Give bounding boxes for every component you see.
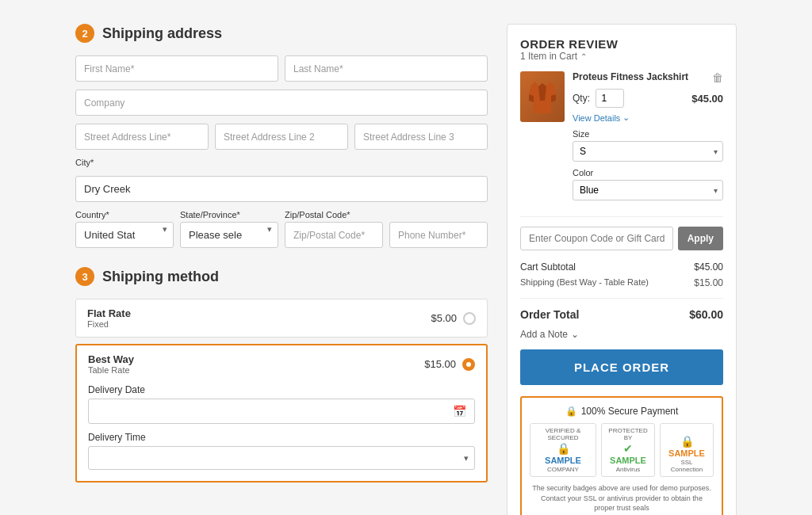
city-input[interactable] bbox=[75, 176, 488, 202]
street3-input[interactable] bbox=[354, 124, 488, 150]
best-way-option[interactable]: Best Way Table Rate $15.00 Delivery Date… bbox=[75, 344, 488, 483]
badge-ssl: 🔒 SAMPLE SSL Connection bbox=[660, 423, 714, 477]
flat-rate-option[interactable]: Flat Rate Fixed $5.00 bbox=[75, 299, 488, 338]
view-details-toggle[interactable]: View Details ⌄ bbox=[573, 113, 723, 123]
secure-payment-label: 100% Secure Payment bbox=[581, 406, 679, 417]
size-select[interactable]: S bbox=[573, 141, 723, 162]
country-label: Country* bbox=[75, 210, 174, 219]
street1-input[interactable] bbox=[75, 124, 209, 150]
flat-rate-radio[interactable] bbox=[463, 312, 476, 325]
badges-row: VERIFIED & SECURED 🔒 SAMPLE COMPANY PROT… bbox=[530, 423, 714, 477]
color-select[interactable]: Blue bbox=[573, 180, 723, 200]
security-box: 🔒 100% Secure Payment VERIFIED & SECURED… bbox=[520, 396, 723, 515]
best-way-price: $15.00 bbox=[424, 358, 456, 370]
flat-rate-name: Flat Rate bbox=[87, 307, 131, 319]
product-row: Proteus Fitness Jackshirt 🗑 Qty: $45.00 … bbox=[520, 71, 723, 207]
state-label: State/Province* bbox=[180, 210, 278, 219]
chevron-down-icon-note: ⌄ bbox=[571, 329, 579, 340]
product-name: Proteus Fitness Jackshirt bbox=[573, 71, 688, 82]
product-image bbox=[520, 71, 565, 122]
chevron-down-icon: ⌄ bbox=[622, 113, 630, 123]
step-badge-method: 3 bbox=[75, 267, 94, 286]
color-label: Color bbox=[573, 168, 723, 177]
shipping-method-title: Shipping method bbox=[102, 269, 219, 285]
coupon-row: Apply bbox=[520, 227, 723, 250]
cart-toggle-icon[interactable]: ⌃ bbox=[580, 52, 587, 61]
delivery-time-select[interactable] bbox=[88, 446, 475, 470]
security-note: The security badges above are used for d… bbox=[530, 483, 714, 513]
best-way-radio[interactable] bbox=[462, 358, 475, 371]
last-name-input[interactable] bbox=[285, 55, 488, 82]
zip-input[interactable] bbox=[285, 222, 383, 248]
shipping-row: Shipping (Best Way - Table Rate) $15.00 bbox=[520, 277, 723, 288]
street2-input[interactable] bbox=[215, 124, 348, 150]
qty-input[interactable] bbox=[596, 89, 624, 108]
shipping-address-title: Shipping address bbox=[102, 25, 222, 42]
company-input[interactable] bbox=[75, 90, 488, 116]
qty-label: Qty: bbox=[573, 89, 624, 108]
order-total-row: Order Total $60.00 bbox=[520, 308, 723, 321]
order-review-title: ORDER REVIEW bbox=[520, 37, 723, 51]
badge-protected: PROTECTED BY ✔ SAMPLE Antivirus bbox=[601, 423, 655, 477]
badge-verified: VERIFIED & SECURED 🔒 SAMPLE COMPANY bbox=[530, 423, 596, 477]
delivery-date-input[interactable]: 📅 bbox=[88, 399, 475, 424]
best-way-name: Best Way bbox=[88, 353, 134, 365]
coupon-input[interactable] bbox=[520, 227, 673, 250]
order-review-panel: ORDER REVIEW 1 Item in Cart ⌃ bbox=[507, 24, 737, 515]
phone-input[interactable] bbox=[389, 222, 488, 248]
place-order-button[interactable]: PLACE ORDER bbox=[520, 349, 723, 385]
apply-coupon-button[interactable]: Apply bbox=[678, 227, 723, 250]
cart-subtotal-row: Cart Subtotal $45.00 bbox=[520, 261, 723, 273]
delivery-time-label: Delivery Time bbox=[88, 432, 475, 443]
flat-rate-sub: Fixed bbox=[87, 319, 131, 329]
country-select[interactable]: United Stat bbox=[75, 222, 174, 248]
delivery-date-label: Delivery Date bbox=[88, 384, 475, 395]
zip-label: Zip/Postal Code* bbox=[285, 210, 383, 219]
secure-lock-icon: 🔒 bbox=[565, 406, 577, 417]
best-way-sub: Table Rate bbox=[88, 365, 134, 375]
calendar-icon: 📅 bbox=[453, 405, 466, 418]
step-badge-shipping: 2 bbox=[75, 24, 94, 43]
delete-product-icon[interactable]: 🗑 bbox=[712, 71, 723, 84]
first-name-input[interactable] bbox=[75, 55, 278, 82]
product-price: $45.00 bbox=[691, 93, 723, 105]
flat-rate-price: $5.00 bbox=[431, 312, 457, 324]
size-label: Size bbox=[573, 129, 723, 139]
state-select[interactable]: Please sele bbox=[180, 222, 278, 248]
add-note-toggle[interactable]: Add a Note ⌄ bbox=[520, 329, 723, 340]
order-item-count[interactable]: 1 Item in Cart ⌃ bbox=[520, 51, 723, 62]
city-label: City* bbox=[75, 158, 488, 167]
